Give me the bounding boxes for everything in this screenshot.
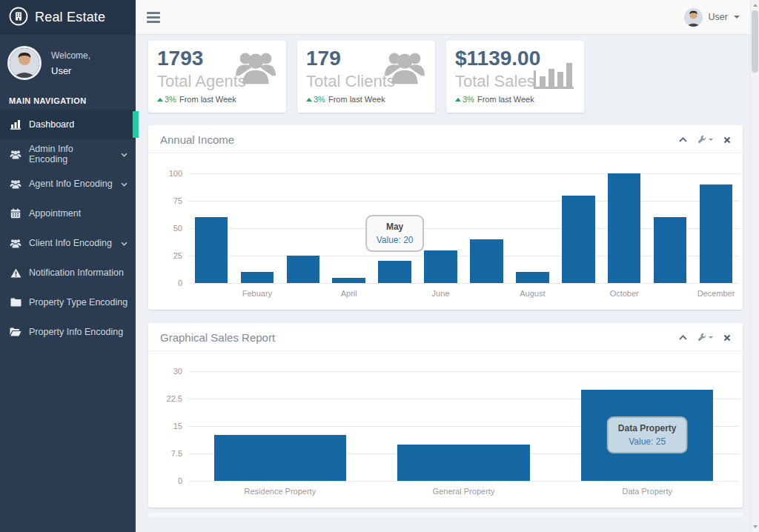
wrench-menu-button[interactable] [697,136,713,144]
y-tick-label: 15 [173,422,182,430]
brand[interactable]: Real Estate [0,0,136,35]
triangle-down-icon [753,525,758,528]
sidebar-nav-heading: MAIN NAVIGATION [0,89,136,110]
sidebar-item-property-type-encoding[interactable]: Property Type Encoding [0,287,136,317]
stat-card-total-clients: 179 Total Clients 3% From last Week [297,41,435,113]
trend-up-icon [455,98,461,102]
x-axis-labels: FebuaryAprilJuneAugustOctoberDecember [188,285,739,302]
x-tick-label: General Property [433,487,495,496]
user-menu-label: User [709,12,728,22]
users-icon [233,48,279,90]
collapse-button[interactable] [679,335,687,340]
stat-trend: 3% From last Week [455,95,574,104]
bar-General Property[interactable] [397,445,529,481]
sidebar-toggle-button[interactable] [145,9,162,26]
y-tick-label: 7.5 [171,449,182,458]
brand-name: Real Estate [35,10,105,25]
y-tick-label: 75 [173,196,182,205]
x-axis-labels: Residence PropertyGeneral PropertyData P… [188,482,739,500]
user-avatar [7,46,42,80]
bar-chart-plot[interactable]: MayValue: 20 [188,173,739,283]
sidebar-item-admin-info-encoding[interactable]: Admin Info Encoding [0,139,136,169]
sidebar: Real Estate Welcome, User MAIN NAVIGATIO… [0,0,136,532]
caret-down-icon [709,336,713,339]
sidebar-item-property-info-encoding[interactable]: Property Info Encoding [0,317,136,347]
bar-chart-icon [10,119,21,130]
wrench-menu-button[interactable] [697,333,713,342]
stats-row: 1793 Total Agents 3% From last Week 179 … [148,41,743,113]
bar-March[interactable] [287,256,320,283]
trend-note: From last Week [477,95,534,104]
trend-up-icon [306,98,312,102]
sidebar-item-appointment[interactable]: Appointment [0,199,136,228]
folder-icon [10,298,21,307]
bar-October[interactable] [608,173,641,283]
bar-May[interactable] [378,261,411,283]
stat-card-total-sales: $1139.00 Total Sales 3% From last Week [446,41,584,113]
folder-open-icon [10,327,21,336]
vertical-scrollbar[interactable] [750,0,759,532]
trend-up-icon [157,98,163,102]
panel-header: Graphical Sales Report [148,323,743,351]
bar-chart-icon [531,57,575,94]
chart-graphical-sales-report: 07.51522.530 Data PropertyValue: 25 Resi… [148,351,743,508]
x-tick-label: Residence Property [245,487,316,496]
sidebar-user-panel: Welcome, User [0,35,136,89]
collapse-button[interactable] [679,137,687,142]
next-panel-top-edge [148,513,743,517]
panel-tools [679,333,731,342]
x-tick-label: October [610,289,639,298]
panel-title: Graphical Sales Report [160,331,275,344]
user-avatar [684,8,703,27]
bar-June[interactable] [424,250,457,283]
users-icon [382,48,428,90]
bar-December[interactable] [700,184,733,283]
sidebar-item-label: Appointment [29,208,128,219]
y-axis-labels: 0255075100 [156,173,188,283]
chevron-down-icon [121,238,128,248]
bar-January[interactable] [195,217,228,283]
bar-Febuary[interactable] [241,272,274,283]
bar-Residence Property[interactable] [214,435,346,481]
sidebar-menu: Dashboard Admin Info Encoding Agent Info… [0,110,136,347]
user-menu-button[interactable]: User [684,8,740,27]
grid-line [188,371,739,372]
bar-April[interactable] [332,278,365,283]
grid-line [188,173,739,174]
panel-header: Annual Income [148,125,743,153]
scrollbar-thumb[interactable] [752,10,758,73]
bar-August[interactable] [516,272,549,283]
chart-annual-income: 0255075100 MayValue: 20 FebuaryAprilJune… [148,153,743,310]
y-tick-label: 100 [169,169,182,178]
panel-tools [679,136,731,144]
chevron-down-icon [121,179,128,189]
sidebar-item-notification-information[interactable]: Notification Information [0,258,136,287]
panel-graphical-sales-report: Graphical Sales Report 07.51522.530 Data… [148,323,743,508]
sidebar-item-client-info-encoding[interactable]: Client Info Encoding [0,228,136,258]
sidebar-item-label: Client Info Encoding [29,238,113,248]
chevron-down-icon [121,149,128,159]
bar-chart-plot[interactable]: Data PropertyValue: 25 [188,371,739,481]
scroll-up-button[interactable] [751,0,759,10]
sidebar-item-agent-info-encoding[interactable]: Agent Info Encoding [0,169,136,199]
y-tick-label: 22.5 [167,394,182,403]
bar-July[interactable] [470,239,503,283]
y-tick-label: 30 [173,367,182,376]
x-tick-label: Data Property [622,487,672,496]
close-button[interactable] [723,334,731,342]
trend-note: From last Week [328,95,385,104]
close-button[interactable] [723,136,731,144]
y-tick-label: 25 [173,251,182,260]
content: 1793 Total Agents 3% From last Week 179 … [136,35,759,532]
sidebar-item-dashboard[interactable]: Dashboard [0,110,136,139]
x-tick-label: April [341,289,357,298]
welcome-text: Welcome, [51,50,90,61]
welcome-username: User [51,65,90,76]
bar-November[interactable] [654,217,687,283]
sidebar-item-label: Property Info Encoding [29,327,128,337]
users-icon [10,150,21,159]
panel-annual-income: Annual Income 0255075100 MayValue: 20 Fe… [148,125,743,310]
caret-down-icon [734,16,740,19]
trend-percent: 3% [463,95,474,104]
bar-September[interactable] [562,196,595,283]
